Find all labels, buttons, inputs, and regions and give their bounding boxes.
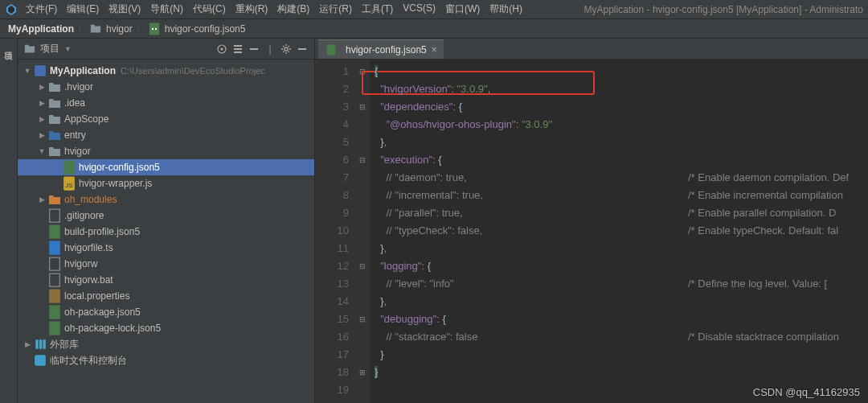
menu-tool[interactable]: 工具(T) [362,2,393,16]
json-file-icon [48,306,61,318]
expand-all-icon[interactable] [232,43,244,55]
module-icon [34,65,47,76]
editor-tab[interactable]: hvigor-config.json5 × [318,39,444,59]
editor-area: hvigor-config.json5 × 123456789101112131… [315,39,868,403]
svg-rect-16 [49,305,60,319]
project-icon [24,43,35,55]
project-panel-label[interactable]: 项目 [40,42,59,56]
tree-item[interactable]: oh-package.json5 [18,304,314,320]
project-panel: 项目 ▼ | MyApplication C:\Users\admin\DevE… [18,39,315,403]
properties-file-icon [48,290,61,302]
tree-label: entry [64,130,86,141]
tree-label: local.properties [64,290,129,302]
menu-build[interactable]: 构建(B) [277,2,309,16]
line-gutter: 12345678910111213141516171819 [315,60,355,403]
menu-code[interactable]: 代码(C) [193,2,226,16]
menu-vcs[interactable]: VCS(S) [403,2,436,16]
svg-rect-13 [50,257,60,270]
code-editor[interactable]: 12345678910111213141516171819 ⊟⊟⊟⊟⊟⊞ { "… [315,60,868,403]
json-file-icon [63,162,76,173]
hide-icon[interactable] [297,43,308,55]
window-title: MyApplication - hvigor-config.json5 [MyA… [584,4,863,15]
menu-help[interactable]: 帮助(H) [489,2,522,16]
svg-rect-10 [50,209,60,222]
tree-item[interactable]: hvigor [18,143,314,159]
tree-item[interactable]: .hvigor [18,79,314,95]
tree-item[interactable]: oh-package-lock.json5 [18,320,314,336]
ts-file-icon [48,242,61,253]
svg-rect-14 [50,273,60,286]
tree-item[interactable]: 外部库 [18,336,314,352]
scratch-icon [34,355,47,366]
module-folder-icon [48,130,61,141]
file-icon [48,210,61,221]
close-tab-icon[interactable]: × [432,44,437,56]
tree-item[interactable]: entry [18,127,314,143]
json-file-icon [325,44,338,56]
tree-label: hvigor-wrapper.js [79,178,152,189]
file-icon [48,258,61,269]
tree-label: hvigor-config.json5 [79,162,160,173]
code-content[interactable]: { "hvigorVersion": "3.0.9", "dependencie… [370,60,868,403]
tree-item-selected[interactable]: hvigor-config.json5 [18,159,314,175]
tree-label: hvigorw [64,258,97,269]
tool-window-stripe[interactable]: 项目 [0,39,18,403]
collapse-all-icon[interactable] [248,43,260,55]
tree-label: 外部库 [50,338,79,352]
folder-icon [48,146,61,157]
tree-label: MyApplication [50,65,116,76]
tree-label: .gitignore [64,210,104,221]
menu-navigate[interactable]: 导航(N) [150,2,183,16]
tree-label: oh-package-lock.json5 [64,323,161,334]
tree-label: 临时文件和控制台 [50,354,127,368]
tree-item[interactable]: hvigorw [18,256,314,272]
project-panel-header: 项目 ▼ | [18,39,314,60]
svg-rect-6 [35,65,46,76]
svg-rect-17 [49,321,60,335]
svg-rect-7 [63,160,75,174]
tree-item[interactable]: hvigorfile.ts [18,240,314,256]
tree-item[interactable]: AppScope [18,111,314,127]
json-file-icon [48,323,61,334]
menu-refactor[interactable]: 重构(R) [235,2,268,16]
tree-item[interactable]: JShvigor-wrapper.js [18,175,314,191]
settings-icon[interactable] [280,43,292,55]
svg-rect-12 [49,241,60,254]
tree-path: C:\Users\admin\DevEcoStudioProjec [121,66,265,76]
svg-point-2 [155,27,157,29]
tree-item[interactable]: .gitignore [18,208,314,224]
json-file-icon [48,226,61,237]
tree-item[interactable]: build-profile.json5 [18,224,314,240]
tree-item[interactable]: oh_modules [18,191,314,208]
menu-window[interactable]: 窗口(W) [445,2,480,16]
project-tree[interactable]: MyApplication C:\Users\admin\DevEcoStudi… [18,60,314,403]
breadcrumb-separator: 〉 [77,22,87,35]
breadcrumb-leaf[interactable]: hvigor-config.json5 [165,23,246,35]
menu-file[interactable]: 文件(F) [26,2,57,16]
menu-edit[interactable]: 编辑(E) [67,2,99,16]
divider: | [264,43,276,55]
folder-icon [48,113,61,125]
tree-label: hvigorw.bat [64,274,113,286]
tree-item[interactable]: local.properties [18,288,314,304]
tab-label: hvigor-config.json5 [346,44,427,56]
tree-item[interactable]: hvigorw.bat [18,272,314,288]
svg-point-4 [221,47,223,50]
tree-label: oh-package.json5 [64,306,141,318]
menu-run[interactable]: 运行(R) [319,2,352,16]
tree-item[interactable]: .idea [18,95,314,111]
menu-view[interactable]: 视图(V) [108,2,141,16]
breadcrumb-mid[interactable]: hvigor [106,23,133,35]
breadcrumb-root[interactable]: MyApplication [8,23,74,35]
svg-point-1 [152,27,154,29]
app-logo-icon [5,3,18,16]
tree-item[interactable]: 临时文件和控制台 [18,352,314,368]
tree-label: AppScope [64,113,108,125]
tree-label: hvigor [64,146,91,157]
fold-gutter[interactable]: ⊟⊟⊟⊟⊟⊞ [355,60,370,403]
dropdown-icon[interactable]: ▼ [64,45,72,53]
editor-tabs: hvigor-config.json5 × [315,39,868,60]
tree-root[interactable]: MyApplication C:\Users\admin\DevEcoStudi… [18,63,314,79]
tree-label: build-profile.json5 [64,226,140,237]
locate-icon[interactable] [216,43,227,55]
